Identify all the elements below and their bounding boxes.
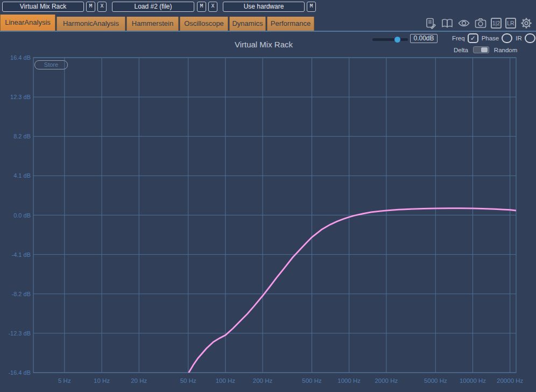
gear-icon[interactable]: [520, 17, 533, 30]
random-label: Random: [494, 47, 517, 53]
tab-harmonic-analysis[interactable]: HarmonicAnalysis: [57, 17, 125, 31]
delta-label: Delta: [454, 47, 468, 53]
slot2-close-button[interactable]: X: [208, 2, 217, 12]
tab-hammerstein[interactable]: Hammerstein: [126, 17, 179, 31]
plugin-analyzer-window: { "topbar": { "slot1_label": "Virtual Mi…: [0, 0, 536, 392]
delta-random-toggle[interactable]: [473, 46, 489, 53]
delta-random-row: Delta Random: [454, 46, 517, 53]
ir-checkbox[interactable]: [525, 33, 535, 43]
slot1-mute-button[interactable]: M: [86, 2, 95, 12]
svg-text:50 Hz: 50 Hz: [180, 377, 196, 384]
gain-slider[interactable]: [372, 37, 408, 43]
slot3-hardware-button[interactable]: Use hardware: [223, 2, 305, 12]
svg-text:10000 Hz: 10000 Hz: [460, 377, 486, 384]
top-bar: Virtual Mix Rack M X Load #2 (file) M X …: [0, 0, 536, 15]
slot2-mute-button[interactable]: M: [197, 2, 206, 12]
trace-controls-row: Freq ✓ Phase IR: [452, 33, 536, 43]
tab-linear-analysis[interactable]: LinearAnalysis: [0, 15, 55, 31]
svg-text:10 Hz: 10 Hz: [94, 377, 110, 384]
phase-label: Phase: [482, 35, 499, 41]
svg-text:1000 Hz: 1000 Hz: [337, 377, 361, 384]
linear-analysis-panel: 16.4 dB12.3 dB8.2 dB4.1 dB0.0 dB-4.1 dB-…: [0, 32, 536, 392]
gain-slider-track[interactable]: [372, 38, 408, 41]
svg-text:0.0 dB: 0.0 dB: [13, 212, 31, 219]
svg-text:20000 Hz: 20000 Hz: [497, 377, 523, 384]
svg-text:-4.1 dB: -4.1 dB: [12, 251, 31, 258]
channel-1-2-icon[interactable]: 1|2: [491, 18, 502, 29]
gain-readout[interactable]: 0.00dB: [410, 34, 438, 43]
slot1-plugin-button[interactable]: Virtual Mix Rack: [2, 2, 84, 12]
slot1-close-button[interactable]: X: [97, 2, 107, 12]
svg-text:20 Hz: 20 Hz: [131, 377, 147, 384]
gain-slider-thumb[interactable]: [394, 37, 400, 43]
svg-text:2000 Hz: 2000 Hz: [375, 377, 398, 384]
eye-icon[interactable]: [457, 17, 470, 30]
chart-title: Virtual Mix Rack: [0, 40, 527, 49]
tab-dynamics[interactable]: Dynamics: [229, 17, 266, 31]
tab-performance[interactable]: Performance: [267, 17, 314, 31]
svg-text:100 Hz: 100 Hz: [216, 377, 236, 384]
freq-label: Freq: [452, 35, 465, 41]
slot2-load-button[interactable]: Load #2 (file): [112, 2, 194, 12]
camera-icon[interactable]: [474, 17, 487, 30]
svg-text:-16.4 dB: -16.4 dB: [8, 369, 31, 376]
slot3-mute-button[interactable]: M: [307, 2, 316, 12]
analysis-tab-bar: LinearAnalysis HarmonicAnalysis Hammerst…: [0, 15, 536, 32]
svg-text:16.4 dB: 16.4 dB: [10, 54, 31, 61]
phase-checkbox[interactable]: [502, 33, 512, 43]
svg-text:8.2 dB: 8.2 dB: [13, 133, 31, 139]
svg-text:200 Hz: 200 Hz: [253, 377, 273, 384]
svg-text:4.1 dB: 4.1 dB: [13, 172, 31, 179]
svg-text:5 Hz: 5 Hz: [58, 377, 71, 384]
svg-text:-12.3 dB: -12.3 dB: [8, 330, 31, 337]
ir-label: IR: [516, 35, 522, 41]
svg-text:12.3 dB: 12.3 dB: [10, 94, 31, 100]
frequency-response-chart: 16.4 dB12.3 dB8.2 dB4.1 dB0.0 dB-4.1 dB-…: [0, 32, 536, 392]
svg-text:500 Hz: 500 Hz: [302, 377, 322, 384]
toolbar-icon-row: 1|2 LR: [424, 16, 533, 31]
toggle-knob: [481, 47, 488, 52]
svg-text:5000 Hz: 5000 Hz: [424, 377, 447, 384]
book-icon[interactable]: [441, 17, 454, 30]
left-right-icon[interactable]: LR: [505, 18, 516, 29]
check-icon: ✓: [470, 34, 476, 42]
notes-icon[interactable]: [424, 17, 437, 30]
svg-text:-8.2 dB: -8.2 dB: [12, 291, 31, 297]
store-button[interactable]: Store: [34, 60, 68, 69]
freq-checkbox[interactable]: ✓: [468, 33, 478, 43]
tab-oscilloscope[interactable]: Oscilloscope: [180, 17, 228, 31]
